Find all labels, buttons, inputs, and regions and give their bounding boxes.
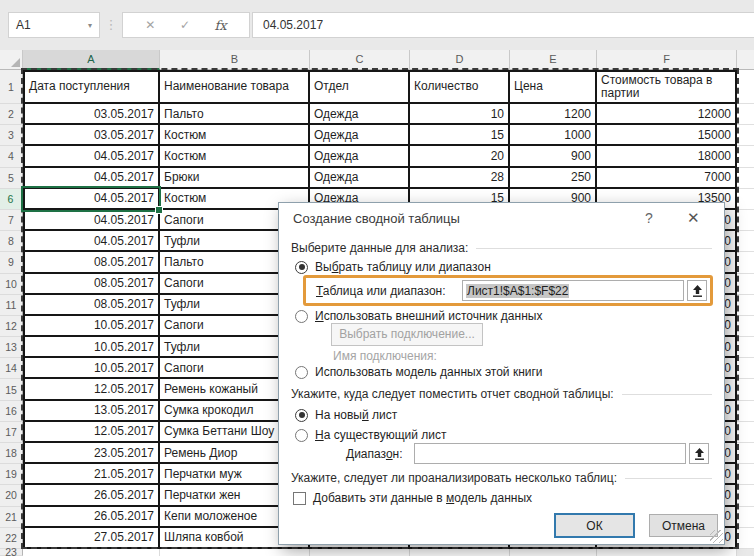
location-range-input[interactable] <box>414 443 686 464</box>
cell-C4[interactable]: Одежда <box>310 146 410 167</box>
fill-handle[interactable] <box>155 206 163 214</box>
row-header-10[interactable]: 10 <box>0 274 23 295</box>
cell-E4[interactable]: 900 <box>510 146 597 167</box>
empty-cell[interactable] <box>737 464 754 485</box>
name-box[interactable]: A1 ▾ <box>8 12 100 38</box>
column-header-E[interactable]: E <box>510 50 597 70</box>
row-header-21[interactable]: 21 <box>0 507 23 528</box>
cell-A1[interactable]: Дата поступления <box>23 70 160 104</box>
cell-A15[interactable]: 12.05.2017 <box>23 379 160 400</box>
empty-cell[interactable] <box>737 189 754 210</box>
empty-cell[interactable] <box>737 316 754 337</box>
drag-handle-icon[interactable]: ⋮ <box>104 14 118 36</box>
enter-icon[interactable]: ✓ <box>180 18 190 32</box>
empty-cell[interactable] <box>597 549 737 556</box>
collapse-dialog-button[interactable] <box>687 280 707 301</box>
empty-cell[interactable] <box>410 549 510 556</box>
insert-function-icon[interactable]: fx <box>215 18 227 33</box>
radio-external-source[interactable]: Использовать внешний источник данных <box>295 309 542 323</box>
empty-cell[interactable] <box>737 507 754 528</box>
empty-cell[interactable] <box>737 443 754 464</box>
row-header-19[interactable]: 19 <box>0 464 23 485</box>
choose-connection-button[interactable]: Выбрать подключение... <box>331 323 483 346</box>
cell-B3[interactable]: Костюм <box>160 125 310 146</box>
chevron-down-icon[interactable]: ▾ <box>88 21 92 30</box>
row-header-11[interactable]: 11 <box>0 295 23 316</box>
resize-grip[interactable] <box>710 530 723 543</box>
cell-A18[interactable]: 23.05.2017 <box>23 443 160 464</box>
cell-A10[interactable]: 08.05.2017 <box>23 274 160 295</box>
cell-A4[interactable]: 04.05.2017 <box>23 146 160 167</box>
cell-D1[interactable]: Количество <box>410 70 510 104</box>
cell-C5[interactable]: Одежда <box>310 168 410 189</box>
empty-cell[interactable] <box>737 104 754 125</box>
row-header-9[interactable]: 9 <box>0 252 23 273</box>
radio-new-worksheet[interactable]: На новый лист <box>295 408 397 422</box>
cell-A2[interactable]: 03.05.2017 <box>23 104 160 125</box>
empty-cell[interactable] <box>737 528 754 549</box>
cell-A20[interactable]: 26.05.2017 <box>23 485 160 506</box>
cell-A17[interactable]: 12.05.2017 <box>23 422 160 443</box>
cell-C2[interactable]: Одежда <box>310 104 410 125</box>
row-header-8[interactable]: 8 <box>0 231 23 252</box>
cell-A21[interactable]: 26.05.2017 <box>23 507 160 528</box>
row-header-4[interactable]: 4 <box>0 146 23 167</box>
empty-cell[interactable] <box>737 401 754 422</box>
row-header-2[interactable]: 2 <box>0 104 23 125</box>
empty-cell[interactable] <box>737 274 754 295</box>
cell-D2[interactable]: 10 <box>410 104 510 125</box>
empty-cell[interactable] <box>737 146 754 167</box>
empty-cell[interactable] <box>737 168 754 189</box>
empty-cell[interactable] <box>23 549 160 556</box>
row-header-14[interactable]: 14 <box>0 358 23 379</box>
table-range-input[interactable]: Лист1!$A$1:$F$22 <box>462 280 684 301</box>
empty-cell[interactable] <box>737 125 754 146</box>
cell-F3[interactable]: 15000 <box>597 125 737 146</box>
empty-cell[interactable] <box>737 379 754 400</box>
row-header-7[interactable]: 7 <box>0 210 23 231</box>
cell-E3[interactable]: 1000 <box>510 125 597 146</box>
cell-C3[interactable]: Одежда <box>310 125 410 146</box>
row-header-20[interactable]: 20 <box>0 485 23 506</box>
collapse-dialog-button-2[interactable] <box>689 443 709 464</box>
column-header-C[interactable]: C <box>310 50 410 70</box>
row-header-1[interactable]: 1 <box>0 70 23 104</box>
cell-C1[interactable]: Отдел <box>310 70 410 104</box>
empty-cell[interactable] <box>160 549 310 556</box>
empty-cell[interactable] <box>737 252 754 273</box>
cell-A8[interactable]: 04.05.2017 <box>23 231 160 252</box>
column-header-partial[interactable] <box>737 50 754 70</box>
radio-select-table-or-range[interactable]: Выбрать таблицу или диапазон <box>295 260 491 274</box>
column-header-B[interactable]: B <box>160 50 310 70</box>
column-header-D[interactable]: D <box>410 50 510 70</box>
cell-A9[interactable]: 08.05.2017 <box>23 252 160 273</box>
cell-E2[interactable]: 1200 <box>510 104 597 125</box>
cell-D4[interactable]: 20 <box>410 146 510 167</box>
empty-cell[interactable] <box>737 70 754 104</box>
row-header-15[interactable]: 15 <box>0 379 23 400</box>
cell-A22[interactable]: 27.05.2017 <box>23 528 160 549</box>
empty-cell[interactable] <box>510 549 597 556</box>
ok-button[interactable]: ОК <box>554 513 635 538</box>
cell-A7[interactable]: 04.05.2017 <box>23 210 160 231</box>
close-icon[interactable]: ✕ <box>687 209 700 227</box>
cell-F5[interactable]: 7000 <box>597 168 737 189</box>
checkbox-add-to-data-model[interactable]: Добавить эти данные в модель данных <box>293 491 532 505</box>
cell-A12[interactable]: 10.05.2017 <box>23 316 160 337</box>
empty-cell[interactable] <box>737 295 754 316</box>
cell-B4[interactable]: Костюм <box>160 146 310 167</box>
cancel-icon[interactable]: ✕ <box>145 18 155 32</box>
cell-F1[interactable]: Стоимость товара в партии <box>597 70 737 104</box>
radio-existing-worksheet[interactable]: На существующий лист <box>295 428 447 442</box>
radio-data-model[interactable]: Использовать модель данных этой книги <box>295 365 543 379</box>
formula-input[interactable]: 04.05.2017 <box>252 12 754 38</box>
row-header-3[interactable]: 3 <box>0 125 23 146</box>
cell-D5[interactable]: 28 <box>410 168 510 189</box>
select-all-corner[interactable] <box>0 50 23 70</box>
row-header-12[interactable]: 12 <box>0 316 23 337</box>
cell-A14[interactable]: 10.05.2017 <box>23 358 160 379</box>
row-header-18[interactable]: 18 <box>0 443 23 464</box>
column-header-F[interactable]: F <box>597 50 737 70</box>
cell-A16[interactable]: 13.05.2017 <box>23 401 160 422</box>
row-header-13[interactable]: 13 <box>0 337 23 358</box>
